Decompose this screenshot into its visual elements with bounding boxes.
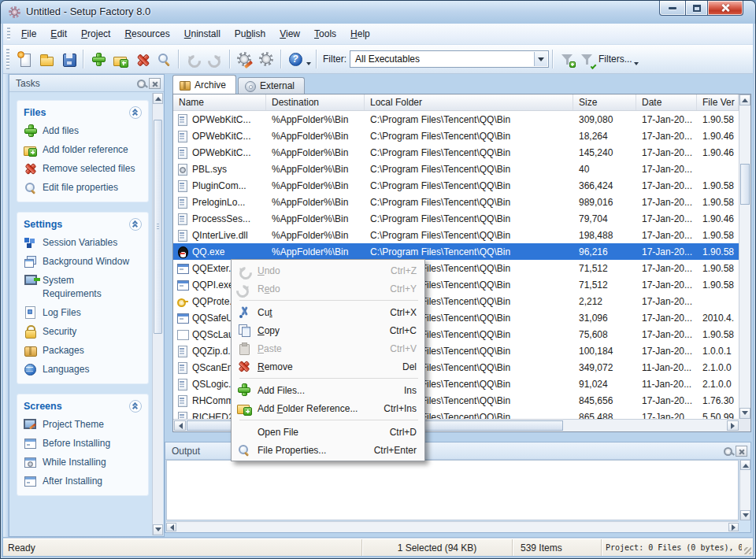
help-dropdown-icon[interactable]	[306, 62, 311, 68]
context-menu-item[interactable]: Undo Ctrl+Z	[233, 261, 423, 280]
table-row[interactable]: OPWebKitC... %AppFolder%\Bin C:\Program …	[173, 144, 739, 161]
menubar-item[interactable]: Resources	[117, 25, 176, 43]
settings-button[interactable]	[255, 48, 277, 70]
table-row[interactable]: QInterLive.dll %AppFolder%\Bin C:\Progra…	[173, 227, 739, 243]
column-header[interactable]: Local Folder	[365, 94, 573, 110]
menubar-item[interactable]: Edit	[43, 25, 74, 43]
add-files-button[interactable]	[87, 48, 109, 70]
close-button[interactable]	[707, 1, 743, 16]
context-menu-item[interactable]: Paste Ctrl+V	[233, 339, 423, 357]
output-horizontal-scrollbar[interactable]	[166, 521, 739, 532]
column-header[interactable]: Name	[173, 94, 266, 110]
filters-dropdown-icon[interactable]	[634, 62, 639, 68]
task-item[interactable]: Security	[24, 325, 142, 339]
menubar-item[interactable]: View	[272, 25, 307, 43]
context-menu-item[interactable]: Remove Del	[233, 357, 423, 376]
output-vertical-scrollbar[interactable]	[739, 460, 750, 520]
save-project-button[interactable]	[57, 48, 80, 70]
task-item[interactable]: Log Files	[24, 306, 142, 320]
context-menu-item[interactable]: Cut Ctrl+X	[233, 303, 423, 321]
add-filter-button[interactable]	[556, 48, 578, 70]
task-item[interactable]: Languages	[24, 363, 142, 376]
table-row[interactable]: OPWebKitC... %AppFolder%\Bin C:\Program …	[173, 128, 739, 144]
task-item[interactable]: Remove selected files	[24, 162, 142, 176]
tab[interactable]: External	[238, 77, 305, 94]
collapse-icon[interactable]	[129, 106, 142, 119]
pin-icon[interactable]	[723, 446, 734, 457]
context-menu-item[interactable]	[233, 376, 423, 381]
titlebar[interactable]: Untitled - Setup Factory 8.0	[1, 1, 755, 24]
menubar-item[interactable]: Help	[343, 25, 377, 43]
scroll-down-button[interactable]	[153, 524, 163, 535]
scroll-down-button[interactable]	[739, 408, 750, 419]
task-item[interactable]: Session Variables	[24, 236, 142, 250]
tab[interactable]: Archive	[172, 75, 236, 94]
grid-vertical-scrollbar[interactable]	[739, 94, 750, 419]
task-item[interactable]: System Requirements	[24, 274, 142, 301]
file-properties-button[interactable]	[153, 48, 175, 70]
column-header[interactable]: Size	[573, 94, 636, 110]
sidebar-scrollbar[interactable]	[152, 93, 163, 535]
filter-combobox[interactable]: All Executables	[350, 50, 549, 68]
collapse-icon[interactable]	[129, 218, 142, 231]
task-item[interactable]: Packages	[24, 344, 142, 357]
scrollbar-thumb[interactable]	[740, 164, 750, 205]
collapse-icon[interactable]	[129, 400, 142, 413]
context-menu-item[interactable]: Redo Ctrl+Y	[233, 280, 423, 298]
task-item[interactable]: Background Window	[24, 255, 142, 268]
context-menu-item[interactable]	[233, 417, 423, 423]
column-header[interactable]: File Ver	[697, 94, 739, 110]
task-item[interactable]: After Installing	[24, 475, 142, 488]
minimize-button[interactable]	[659, 1, 686, 16]
task-item[interactable]: Edit file properties	[24, 181, 142, 194]
menubar-item[interactable]: Tools	[307, 25, 343, 43]
context-menu-item[interactable]: Add Files... Ins	[233, 381, 423, 399]
task-item[interactable]: Add files	[24, 124, 142, 138]
open-project-button[interactable]	[35, 48, 57, 70]
remove-files-button[interactable]	[131, 48, 153, 70]
combo-dropdown-button[interactable]	[534, 52, 547, 66]
output-close-button[interactable]	[736, 446, 747, 457]
resize-grip[interactable]	[742, 539, 753, 556]
toolbar-grip2[interactable]	[6, 49, 9, 69]
context-menu-item[interactable]: File Properties... Ctrl+Enter	[233, 441, 423, 459]
scroll-up-button[interactable]	[739, 94, 750, 106]
task-item[interactable]: Project Theme	[24, 418, 142, 431]
add-folder-button[interactable]	[109, 48, 131, 70]
panel-splitter[interactable]	[3, 74, 9, 537]
scroll-down-button[interactable]	[740, 510, 750, 520]
menubar-item[interactable]: Project	[74, 25, 117, 43]
scrollbar-thumb[interactable]	[154, 120, 162, 334]
table-row[interactable]: PreloginLo... %AppFolder%\Bin C:\Program…	[173, 194, 739, 210]
pin-icon[interactable]	[136, 78, 147, 89]
column-header[interactable]: Destination	[266, 94, 365, 110]
context-menu-item[interactable]	[233, 298, 423, 303]
scroll-right-button[interactable]	[728, 523, 739, 531]
new-project-button[interactable]	[13, 48, 35, 70]
menubar-item[interactable]: Publish	[228, 25, 272, 43]
scroll-right-button[interactable]	[727, 420, 739, 431]
task-item[interactable]: While Installing	[24, 456, 142, 469]
context-menu-item[interactable]: Copy Ctrl+C	[233, 321, 423, 339]
column-header[interactable]: Date	[636, 94, 697, 110]
scroll-up-button[interactable]	[740, 460, 750, 470]
table-row[interactable]: PBL.sys %AppFolder%\Bin C:\Program Files…	[173, 161, 739, 177]
toolbar-grip[interactable]	[7, 28, 10, 40]
menubar-item[interactable]: File	[14, 25, 43, 43]
task-item[interactable]: Before Installing	[24, 437, 142, 450]
build-settings-button[interactable]	[233, 48, 255, 70]
table-row[interactable]: OPWebKitC... %AppFolder%\Bin C:\Program …	[173, 111, 739, 128]
table-row[interactable]: ProcessSes... %AppFolder%\Bin C:\Program…	[173, 210, 739, 227]
filters-button[interactable]: Filters...	[578, 48, 634, 70]
context-menu-item[interactable]: Add Folder Reference... Ctrl+Ins	[233, 399, 423, 417]
scroll-left-button[interactable]	[166, 523, 176, 531]
help-button[interactable]	[284, 48, 306, 70]
scroll-up-button[interactable]	[153, 93, 163, 104]
maximize-button[interactable]	[685, 1, 708, 16]
scroll-left-button[interactable]	[174, 420, 186, 431]
task-item[interactable]: Add folder reference	[24, 143, 142, 157]
tasks-close-button[interactable]	[149, 78, 161, 89]
context-menu-item[interactable]: Open File Ctrl+D	[233, 423, 423, 441]
table-row[interactable]: QQ.exe %AppFolder%\Bin C:\Program Files\…	[173, 243, 739, 260]
table-row[interactable]: PluginCom... %AppFolder%\Bin C:\Program …	[173, 177, 739, 194]
